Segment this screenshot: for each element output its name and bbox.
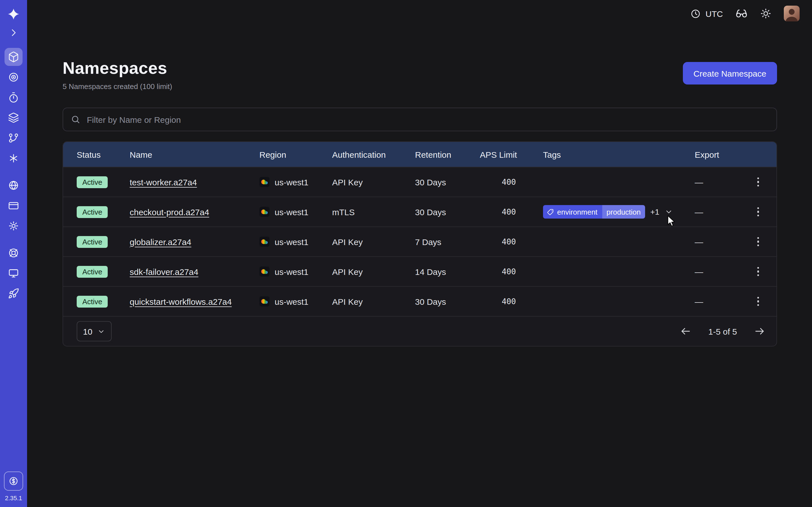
row-actions-kebab-icon[interactable]	[754, 204, 763, 220]
retention-value: 30 Days	[415, 177, 480, 187]
status-badge: Active	[77, 295, 108, 307]
table-footer: 10 1-5 of 5	[63, 316, 776, 346]
top-bar: UTC	[27, 0, 812, 27]
main-content: Namespaces 5 Namespaces created (100 lim…	[27, 27, 812, 507]
namespace-link[interactable]: globalizer.a27a4	[130, 237, 192, 246]
row-actions-kebab-icon[interactable]	[754, 264, 763, 280]
region-label: us-west1	[274, 237, 308, 246]
retention-value: 30 Days	[415, 297, 480, 306]
column-header-tags: Tags	[543, 150, 695, 159]
row-actions-kebab-icon[interactable]	[754, 234, 763, 250]
table-row: Active checkout-prod.a27a4 us-west1 mTLS…	[63, 196, 776, 226]
temporal-logo-icon	[7, 7, 20, 21]
previous-page-arrow-icon[interactable]	[680, 326, 691, 337]
sidebar-item-namespaces[interactable]	[4, 48, 22, 66]
export-value: —	[695, 237, 740, 246]
sidebar-expand-chevron-icon[interactable]	[8, 27, 18, 38]
sidebar-item-billing[interactable]	[4, 196, 22, 215]
sidebar-item-getting-started[interactable]	[4, 284, 22, 302]
credit-card-icon	[8, 200, 19, 211]
auth-value: API Key	[332, 267, 415, 276]
gcp-cloud-icon	[259, 177, 269, 187]
git-branch-icon	[8, 132, 19, 144]
auth-value: API Key	[332, 237, 415, 246]
gcp-cloud-icon	[259, 296, 269, 306]
export-value: —	[695, 267, 740, 276]
aps-limit-value: 400	[480, 207, 543, 216]
theme-toggle-button[interactable]	[760, 8, 771, 19]
sidebar-item-support[interactable]	[4, 244, 22, 262]
sidebar-item-regions[interactable]	[4, 176, 22, 194]
clock-icon	[690, 8, 701, 19]
tag-icon	[547, 208, 554, 216]
tag-value: production	[602, 205, 645, 219]
export-value: —	[695, 207, 740, 217]
page-size-select[interactable]: 10	[77, 321, 112, 341]
tag-chip[interactable]: environment production	[543, 205, 645, 219]
create-namespace-button[interactable]: Create Namespace	[683, 62, 777, 84]
sidebar-item-deployments[interactable]	[4, 129, 22, 147]
status-badge: Active	[77, 176, 108, 188]
row-actions-kebab-icon[interactable]	[754, 174, 763, 190]
gcp-cloud-icon	[259, 207, 269, 217]
sidebar-item-nexus[interactable]	[4, 149, 22, 167]
avatar-image	[784, 6, 800, 21]
app-window: 2.35.1 UTC Namespaces 5 Namespaces creat…	[0, 0, 812, 507]
export-value: —	[695, 177, 740, 187]
filter-search-input[interactable]	[86, 114, 769, 125]
timezone-label: UTC	[705, 9, 723, 18]
sidebar-item-monitors[interactable]	[4, 68, 22, 86]
timer-icon	[8, 92, 19, 103]
sidebar-item-settings[interactable]	[4, 217, 22, 235]
column-header-retention: Retention	[415, 150, 480, 159]
chevron-down-icon	[97, 327, 105, 335]
sidebar-item-docs[interactable]	[4, 264, 22, 282]
monitor-icon	[8, 268, 19, 279]
circle-dollar-icon	[8, 476, 18, 486]
user-avatar[interactable]	[784, 6, 800, 21]
rocket-icon	[8, 288, 19, 299]
table-row: Active globalizer.a27a4 us-west1 API Key…	[63, 226, 776, 256]
namespace-link[interactable]: checkout-prod.a27a4	[130, 207, 209, 217]
page-title: Namespaces	[63, 59, 172, 78]
table-row: Active quickstart-workflows.a27a4 us-wes…	[63, 286, 776, 316]
region-label: us-west1	[274, 207, 308, 217]
column-header-status: Status	[77, 150, 130, 159]
life-buoy-icon	[8, 247, 19, 259]
namespace-link[interactable]: sdk-failover.a27a4	[130, 267, 199, 276]
aps-limit-value: 400	[480, 237, 543, 246]
target-icon	[8, 71, 19, 83]
sidebar: 2.35.1	[0, 0, 27, 507]
version-label: 2.35.1	[5, 495, 22, 501]
row-actions-kebab-icon[interactable]	[754, 293, 763, 309]
retention-value: 30 Days	[415, 207, 480, 217]
search-icon	[70, 114, 81, 124]
status-badge: Active	[77, 266, 108, 277]
sidebar-item-stacks[interactable]	[4, 109, 22, 127]
column-header-export: Export	[695, 150, 740, 159]
layers-icon	[8, 112, 19, 123]
sidebar-item-schedules[interactable]	[4, 89, 22, 107]
tag-key: environment	[557, 208, 598, 216]
usage-button[interactable]	[4, 471, 23, 491]
tags-more-count: +1	[651, 207, 659, 216]
gcp-cloud-icon	[259, 237, 269, 247]
timezone-selector[interactable]: UTC	[690, 8, 723, 19]
retention-value: 14 Days	[415, 267, 480, 276]
gcp-cloud-icon	[259, 267, 269, 277]
region-label: us-west1	[274, 177, 308, 187]
column-header-region: Region	[259, 150, 332, 159]
next-page-arrow-icon[interactable]	[754, 326, 765, 337]
tags-expand-chevron-icon[interactable]	[664, 207, 673, 216]
aps-limit-value: 400	[480, 297, 543, 306]
column-header-name: Name	[130, 150, 259, 159]
gear-icon	[8, 220, 19, 231]
pagination-range: 1-5 of 5	[708, 327, 737, 336]
namespace-link[interactable]: quickstart-workflows.a27a4	[130, 297, 232, 306]
namespace-link[interactable]: test-worker.a27a4	[130, 177, 197, 187]
accessibility-glasses-button[interactable]	[735, 7, 748, 20]
column-header-authentication: Authentication	[332, 150, 415, 159]
export-value: —	[695, 297, 740, 306]
filter-search-bar	[63, 108, 777, 131]
region-label: us-west1	[274, 267, 308, 276]
